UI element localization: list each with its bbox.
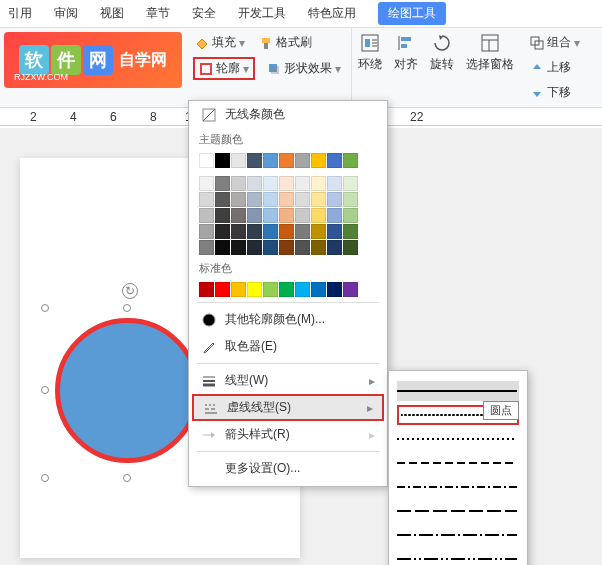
menu-devtools[interactable]: 开发工具	[238, 5, 286, 22]
color-swatch[interactable]	[279, 208, 294, 223]
rotate-button[interactable]: 旋转	[424, 28, 460, 107]
no-line-option[interactable]: 无线条颜色	[189, 101, 387, 128]
color-swatch[interactable]	[311, 176, 326, 191]
menu-review[interactable]: 审阅	[54, 5, 78, 22]
color-swatch[interactable]	[311, 240, 326, 255]
color-swatch[interactable]	[343, 224, 358, 239]
color-swatch[interactable]	[311, 153, 326, 168]
color-swatch[interactable]	[231, 153, 246, 168]
color-swatch[interactable]	[231, 208, 246, 223]
dash-dash-dot[interactable]	[397, 477, 519, 497]
color-swatch[interactable]	[311, 208, 326, 223]
color-swatch[interactable]	[199, 240, 214, 255]
color-swatch[interactable]	[327, 224, 342, 239]
color-swatch[interactable]	[263, 208, 278, 223]
color-swatch[interactable]	[295, 224, 310, 239]
color-swatch[interactable]	[263, 192, 278, 207]
color-swatch[interactable]	[327, 282, 342, 297]
color-swatch[interactable]	[263, 153, 278, 168]
color-swatch[interactable]	[231, 282, 246, 297]
resize-handle-w[interactable]	[41, 386, 49, 394]
format-painter-button[interactable]: 格式刷	[257, 32, 314, 53]
dash-square-dot[interactable]	[397, 429, 519, 449]
color-swatch[interactable]	[215, 282, 230, 297]
color-swatch[interactable]	[247, 240, 262, 255]
rotate-handle[interactable]: ↻	[122, 283, 138, 299]
outline-button[interactable]: 轮廓▾	[193, 57, 255, 80]
line-style-option[interactable]: 线型(W)▸	[189, 367, 387, 394]
color-swatch[interactable]	[231, 240, 246, 255]
color-swatch[interactable]	[343, 176, 358, 191]
resize-handle-n[interactable]	[123, 304, 131, 312]
dash-style-option[interactable]: 虚线线型(S)▸	[192, 394, 384, 421]
color-swatch[interactable]	[279, 192, 294, 207]
color-swatch[interactable]	[231, 224, 246, 239]
resize-handle-s[interactable]	[123, 474, 131, 482]
color-swatch[interactable]	[199, 176, 214, 191]
color-swatch[interactable]	[327, 240, 342, 255]
move-up-button[interactable]: 上移	[528, 57, 582, 78]
color-swatch[interactable]	[199, 282, 214, 297]
menu-view[interactable]: 视图	[100, 5, 124, 22]
circle-shape[interactable]	[55, 318, 200, 463]
color-swatch[interactable]	[295, 240, 310, 255]
resize-handle-nw[interactable]	[41, 304, 49, 312]
menu-chapter[interactable]: 章节	[146, 5, 170, 22]
color-swatch[interactable]	[295, 192, 310, 207]
color-swatch[interactable]	[247, 153, 262, 168]
color-swatch[interactable]	[295, 282, 310, 297]
color-swatch[interactable]	[311, 282, 326, 297]
eyedropper-option[interactable]: 取色器(E)	[189, 333, 387, 360]
color-swatch[interactable]	[311, 192, 326, 207]
color-swatch[interactable]	[199, 208, 214, 223]
color-swatch[interactable]	[343, 153, 358, 168]
dash-solid[interactable]	[397, 381, 519, 401]
arrow-style-option[interactable]: 箭头样式(R)▸	[189, 421, 387, 448]
color-swatch[interactable]	[295, 153, 310, 168]
select-pane-button[interactable]: 选择窗格	[460, 28, 520, 107]
move-down-button[interactable]: 下移	[528, 82, 582, 103]
color-swatch[interactable]	[327, 176, 342, 191]
dash-dash[interactable]	[397, 453, 519, 473]
color-swatch[interactable]	[263, 240, 278, 255]
align-button[interactable]: 对齐	[388, 28, 424, 107]
color-swatch[interactable]	[247, 192, 262, 207]
menu-security[interactable]: 安全	[192, 5, 216, 22]
color-swatch[interactable]	[215, 240, 230, 255]
more-colors-option[interactable]: 其他轮廓颜色(M)...	[189, 306, 387, 333]
color-swatch[interactable]	[215, 208, 230, 223]
tab-drawing-tools[interactable]: 绘图工具	[378, 2, 446, 25]
color-swatch[interactable]	[199, 153, 214, 168]
menu-special[interactable]: 特色应用	[308, 5, 356, 22]
color-swatch[interactable]	[343, 208, 358, 223]
group-button[interactable]: 组合▾	[528, 32, 582, 53]
color-swatch[interactable]	[311, 224, 326, 239]
fill-button[interactable]: 填充▾	[193, 32, 247, 53]
color-swatch[interactable]	[263, 224, 278, 239]
color-swatch[interactable]	[263, 282, 278, 297]
color-swatch[interactable]	[247, 282, 262, 297]
dash-long-dash-dot[interactable]	[397, 525, 519, 545]
color-swatch[interactable]	[295, 208, 310, 223]
color-swatch[interactable]	[247, 176, 262, 191]
color-swatch[interactable]	[327, 208, 342, 223]
color-swatch[interactable]	[231, 176, 246, 191]
color-swatch[interactable]	[215, 192, 230, 207]
color-swatch[interactable]	[263, 176, 278, 191]
color-swatch[interactable]	[327, 192, 342, 207]
color-swatch[interactable]	[215, 224, 230, 239]
color-swatch[interactable]	[327, 153, 342, 168]
color-swatch[interactable]	[247, 208, 262, 223]
color-swatch[interactable]	[231, 192, 246, 207]
color-swatch[interactable]	[215, 153, 230, 168]
menu-reference[interactable]: 引用	[8, 5, 32, 22]
color-swatch[interactable]	[295, 176, 310, 191]
color-swatch[interactable]	[279, 282, 294, 297]
resize-handle-sw[interactable]	[41, 474, 49, 482]
color-swatch[interactable]	[247, 224, 262, 239]
color-swatch[interactable]	[279, 240, 294, 255]
wrap-button[interactable]: 环绕	[352, 28, 388, 107]
color-swatch[interactable]	[279, 153, 294, 168]
color-swatch[interactable]	[343, 240, 358, 255]
color-swatch[interactable]	[279, 176, 294, 191]
